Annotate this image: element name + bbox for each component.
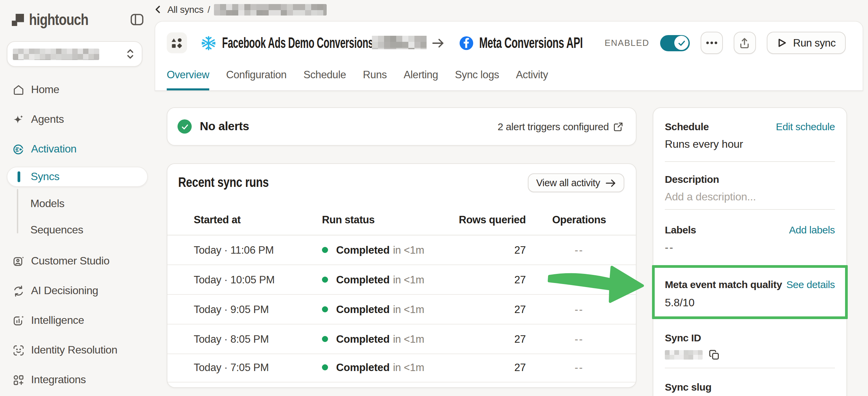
column-header-run-status: Run status xyxy=(322,214,423,226)
sync-title-row: Facebook Ads Demo Conversions Meta Conve… xyxy=(155,32,846,53)
copy-icon[interactable] xyxy=(709,349,720,360)
breadcrumb-all-syncs[interactable]: All syncs xyxy=(167,4,204,15)
check-circle-icon xyxy=(178,119,192,134)
workspace-selector[interactable] xyxy=(7,41,142,67)
header-actions: ENABLED xyxy=(604,32,846,53)
home-icon xyxy=(12,83,25,96)
toggle-knob xyxy=(675,36,689,50)
app-root: hightouch Home xyxy=(0,0,868,396)
view-all-activity-button[interactable]: View all activity xyxy=(528,173,624,192)
share-button[interactable] xyxy=(734,32,756,54)
table-row[interactable]: Today · 8:05 PM Completed in <1m 27 -- xyxy=(167,324,636,354)
add-labels-link[interactable]: Add labels xyxy=(789,224,835,235)
activation-icon xyxy=(12,143,25,155)
chevron-left-icon[interactable] xyxy=(153,5,163,14)
integrations-icon xyxy=(12,373,25,386)
more-options-button[interactable] xyxy=(701,32,723,54)
table-row[interactable]: Today · 11:06 PM Completed in <1m 27 -- xyxy=(167,235,636,265)
sidebar: hightouch Home xyxy=(0,0,155,396)
divider xyxy=(665,209,835,210)
status-dot-icon xyxy=(322,306,328,312)
alerts-card: No alerts 2 alert triggers configured xyxy=(167,107,636,146)
sidebar-item-customer-studio[interactable]: Customer Studio xyxy=(7,249,148,273)
tab-overview[interactable]: Overview xyxy=(167,61,209,90)
run-sync-label: Run sync xyxy=(793,37,836,49)
hightouch-logo-icon xyxy=(11,13,24,26)
alerts-title: No alerts xyxy=(200,119,249,134)
schedule-label: Schedule xyxy=(665,120,709,132)
breadcrumb: All syncs / xyxy=(153,3,327,16)
logo-row: hightouch xyxy=(11,7,145,32)
sidebar-item-label: Identity Resolution xyxy=(31,344,117,356)
tab-alerting[interactable]: Alerting xyxy=(404,61,438,90)
column-header-operations: Operations xyxy=(552,214,606,226)
customer-studio-icon xyxy=(12,255,25,267)
tab-sync-logs[interactable]: Sync logs xyxy=(455,61,499,90)
sparkle-icon xyxy=(12,113,25,126)
divider xyxy=(665,368,835,368)
labels-row: Labels Add labels xyxy=(665,223,835,235)
snowflake-icon xyxy=(200,35,217,51)
model-icon xyxy=(167,32,187,53)
sidebar-item-label: Activation xyxy=(31,143,77,155)
tab-activity[interactable]: Activity xyxy=(516,61,548,90)
sidebar-item-label: Models xyxy=(30,198,64,210)
schedule-row: Schedule Edit schedule xyxy=(665,120,835,132)
enabled-toggle[interactable] xyxy=(660,35,690,51)
match-quality-value-row: 5.8/10 xyxy=(665,297,835,309)
sidebar-collapse-icon[interactable] xyxy=(129,11,145,28)
sidebar-item-identity-resolution[interactable]: Identity Resolution xyxy=(7,338,148,362)
sidebar-item-integrations[interactable]: Integrations xyxy=(7,368,148,392)
column-header-rows-queried: Rows queried xyxy=(425,214,526,226)
sync-id-value-row xyxy=(665,349,835,361)
sync-header-card: Facebook Ads Demo Conversions Meta Conve… xyxy=(155,21,863,91)
sidebar-item-sequences[interactable]: Sequences xyxy=(7,218,148,242)
sidebar-item-models[interactable]: Models xyxy=(7,192,148,216)
status-dot-icon xyxy=(322,364,328,370)
column-header-started-at: Started at xyxy=(194,214,315,226)
schedule-value-row: Runs every hour xyxy=(665,138,835,150)
edit-schedule-link[interactable]: Edit schedule xyxy=(776,120,835,132)
enabled-label: ENABLED xyxy=(604,38,649,48)
status-dot-icon xyxy=(322,336,328,342)
sidebar-nav: Home Agents Activation xyxy=(7,78,148,396)
labels-label: Labels xyxy=(665,224,696,235)
status-dot-icon xyxy=(322,277,328,283)
identity-resolution-icon xyxy=(12,344,25,357)
breadcrumb-separator: / xyxy=(208,4,210,15)
sidebar-item-activation[interactable]: Activation xyxy=(7,137,148,161)
description-row: Description xyxy=(665,173,835,185)
sidebar-item-ai-decisioning[interactable]: AI Decisioning xyxy=(7,279,148,303)
logo-wordmark: hightouch xyxy=(29,10,88,29)
sidebar-item-label: Customer Studio xyxy=(31,255,109,267)
sync-id-label: Sync ID xyxy=(665,332,701,343)
run-sync-button[interactable]: Run sync xyxy=(767,32,846,54)
table-row[interactable]: Today · 7:05 PM Completed in <1m 27 -- xyxy=(167,353,636,383)
sidebar-item-agents[interactable]: Agents xyxy=(7,107,148,132)
sync-slug-label: Sync slug xyxy=(665,381,711,392)
tab-schedule[interactable]: Schedule xyxy=(303,61,346,90)
description-placeholder[interactable]: Add a description... xyxy=(665,191,756,203)
labels-value: -- xyxy=(665,242,674,254)
runs-card-title: Recent sync runs xyxy=(178,175,289,190)
active-indicator xyxy=(18,171,20,182)
tab-configuration[interactable]: Configuration xyxy=(226,61,287,90)
see-details-link[interactable]: See details xyxy=(786,278,835,290)
tab-runs[interactable]: Runs xyxy=(363,61,387,90)
sidebar-item-label: Integrations xyxy=(31,374,86,386)
workspace-name-redacted xyxy=(13,48,99,60)
sidebar-item-label: Sequences xyxy=(30,224,83,236)
table-header: Started at Run status Rows queried Opera… xyxy=(167,208,636,235)
ai-decisioning-icon xyxy=(12,284,25,297)
facebook-icon xyxy=(459,36,474,51)
sync-slug-row: Sync slug xyxy=(665,380,835,393)
arrow-right-icon xyxy=(605,178,616,187)
alert-triggers-link[interactable]: 2 alert triggers configured xyxy=(498,121,623,132)
table-row[interactable]: Today · 10:05 PM Completed in <1m 27 -- xyxy=(167,265,636,295)
sidebar-item-syncs[interactable]: Syncs xyxy=(7,167,148,187)
table-row[interactable]: Today · 9:05 PM Completed in <1m 27 -- xyxy=(167,295,636,324)
sync-name-redacted xyxy=(372,36,427,49)
sidebar-item-intelligence[interactable]: Intelligence xyxy=(7,308,148,333)
sidebar-item-label: Intelligence xyxy=(31,314,84,327)
sidebar-item-home[interactable]: Home xyxy=(7,78,148,102)
